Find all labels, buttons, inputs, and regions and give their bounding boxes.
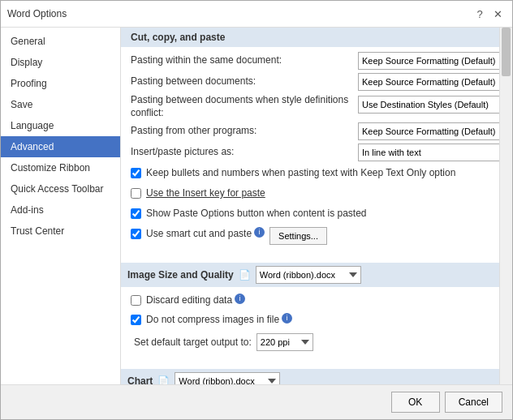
insert-key-label: Use the Insert key for paste bbox=[146, 186, 265, 200]
no-compress-info-icon[interactable]: i bbox=[282, 313, 292, 324]
ppi-label: Set default target output to: bbox=[134, 336, 252, 348]
paste-other-programs-select[interactable]: Keep Source Formatting (Default) Match D… bbox=[358, 122, 499, 140]
scrollbar[interactable] bbox=[499, 28, 512, 384]
insert-key-checkbox[interactable] bbox=[131, 188, 141, 199]
smart-cut-paste-row: Use smart cut and paste i Settings... bbox=[127, 225, 493, 246]
doc-icon-image: 📄 bbox=[239, 269, 251, 281]
paste-other-programs-label: Pasting from other programs: bbox=[131, 125, 358, 138]
paste-other-programs-row: Pasting from other programs: Keep Source… bbox=[127, 122, 493, 140]
insert-paste-pictures-select[interactable]: In line with text Square Tight Through T… bbox=[358, 144, 499, 161]
cut-copy-paste-header: Cut, copy, and paste bbox=[121, 28, 499, 47]
chart-header: Chart 📄 Word (ribbon).docx bbox=[121, 369, 499, 384]
show-paste-options-row: Show Paste Options button when content i… bbox=[127, 205, 493, 222]
cut-copy-paste-content: Pasting within the same document: Keep S… bbox=[121, 52, 499, 256]
title-bar: Word Options ? ✕ bbox=[1, 1, 512, 28]
sidebar-item-proofing[interactable]: Proofing bbox=[1, 73, 120, 94]
paste-same-doc-label: Pasting within the same document: bbox=[131, 54, 358, 67]
sidebar-item-customize-ribbon[interactable]: Customize Ribbon bbox=[1, 157, 120, 178]
discard-editing-row: Discard editing data i bbox=[127, 292, 493, 309]
keep-bullets-checkbox[interactable] bbox=[131, 168, 141, 178]
discard-editing-label: Discard editing data bbox=[146, 294, 232, 307]
close-button[interactable]: ✕ bbox=[489, 6, 506, 22]
word-options-dialog: Word Options ? ✕ General Display Proofin… bbox=[0, 0, 513, 420]
ppi-row: Set default target output to: 96 ppi 150… bbox=[127, 332, 493, 353]
title-buttons: ? ✕ bbox=[472, 6, 506, 22]
paste-style-conflict-select[interactable]: Use Destination Styles (Default) Keep So… bbox=[358, 96, 499, 114]
paste-same-doc-select[interactable]: Keep Source Formatting (Default) Match D… bbox=[358, 52, 499, 70]
dialog-body: General Display Proofing Save Language A… bbox=[1, 28, 512, 384]
paste-between-docs-row: Pasting between documents: Keep Source F… bbox=[127, 73, 493, 91]
paste-same-doc-row: Pasting within the same document: Keep S… bbox=[127, 52, 493, 70]
image-quality-header-label: Image Size and Quality bbox=[127, 269, 234, 281]
chart-doc-select[interactable]: Word (ribbon).docx bbox=[175, 372, 280, 384]
insert-key-row: Use the Insert key for paste bbox=[127, 185, 493, 202]
keep-bullets-label: Keep bullets and numbers when pasting te… bbox=[146, 166, 455, 180]
no-compress-checkbox[interactable] bbox=[131, 315, 141, 325]
show-paste-options-checkbox[interactable] bbox=[131, 208, 141, 219]
image-quality-content: Discard editing data i Do not compress i… bbox=[121, 292, 499, 363]
help-button[interactable]: ? bbox=[472, 6, 488, 22]
sidebar-item-language[interactable]: Language bbox=[1, 115, 120, 136]
scroll-thumb[interactable] bbox=[502, 28, 511, 76]
doc-icon-chart: 📄 bbox=[157, 375, 170, 384]
sidebar-item-general[interactable]: General bbox=[1, 31, 120, 52]
no-compress-label: Do not compress images in file bbox=[146, 313, 279, 327]
sidebar-item-save[interactable]: Save bbox=[1, 94, 120, 115]
dialog-footer: OK Cancel bbox=[1, 384, 512, 419]
no-compress-row: Do not compress images in file i bbox=[127, 311, 493, 328]
image-quality-doc-select[interactable]: Word (ribbon).docx bbox=[256, 266, 361, 284]
dialog-title: Word Options bbox=[7, 8, 67, 19]
discard-editing-info-icon[interactable]: i bbox=[235, 294, 245, 304]
sidebar-item-quick-access[interactable]: Quick Access Toolbar bbox=[1, 178, 120, 199]
keep-bullets-row: Keep bullets and numbers when pasting te… bbox=[127, 165, 493, 182]
sidebar-item-add-ins[interactable]: Add-ins bbox=[1, 199, 120, 221]
paste-style-conflict-row: Pasting between documents when style def… bbox=[127, 94, 493, 119]
insert-paste-pictures-label: Insert/paste pictures as: bbox=[131, 146, 358, 159]
ppi-select[interactable]: 96 ppi 150 ppi 220 ppi 330 ppi bbox=[256, 333, 313, 351]
ok-button[interactable]: OK bbox=[391, 392, 440, 413]
paste-style-conflict-label: Pasting between documents when style def… bbox=[131, 94, 358, 119]
discard-editing-checkbox[interactable] bbox=[131, 295, 141, 306]
content-area: Cut, copy, and paste Pasting within the … bbox=[121, 28, 499, 384]
sidebar-item-display[interactable]: Display bbox=[1, 52, 120, 73]
image-quality-header: Image Size and Quality 📄 Word (ribbon).d… bbox=[121, 263, 499, 287]
sidebar-item-trust-center[interactable]: Trust Center bbox=[1, 221, 120, 242]
paste-between-docs-select[interactable]: Keep Source Formatting (Default) Match D… bbox=[358, 73, 499, 91]
settings-button[interactable]: Settings... bbox=[269, 227, 327, 245]
paste-between-docs-label: Pasting between documents: bbox=[131, 75, 358, 88]
smart-cut-info-icon[interactable]: i bbox=[254, 227, 265, 238]
chart-header-label: Chart bbox=[127, 375, 153, 384]
insert-paste-pictures-row: Insert/paste pictures as: In line with t… bbox=[127, 144, 493, 161]
show-paste-options-label: Show Paste Options button when content i… bbox=[146, 207, 367, 221]
smart-cut-paste-label: Use smart cut and paste bbox=[146, 227, 252, 241]
sidebar: General Display Proofing Save Language A… bbox=[1, 28, 121, 384]
cancel-button[interactable]: Cancel bbox=[445, 392, 502, 413]
sidebar-item-advanced[interactable]: Advanced bbox=[1, 136, 120, 157]
smart-cut-paste-checkbox[interactable] bbox=[131, 229, 141, 239]
